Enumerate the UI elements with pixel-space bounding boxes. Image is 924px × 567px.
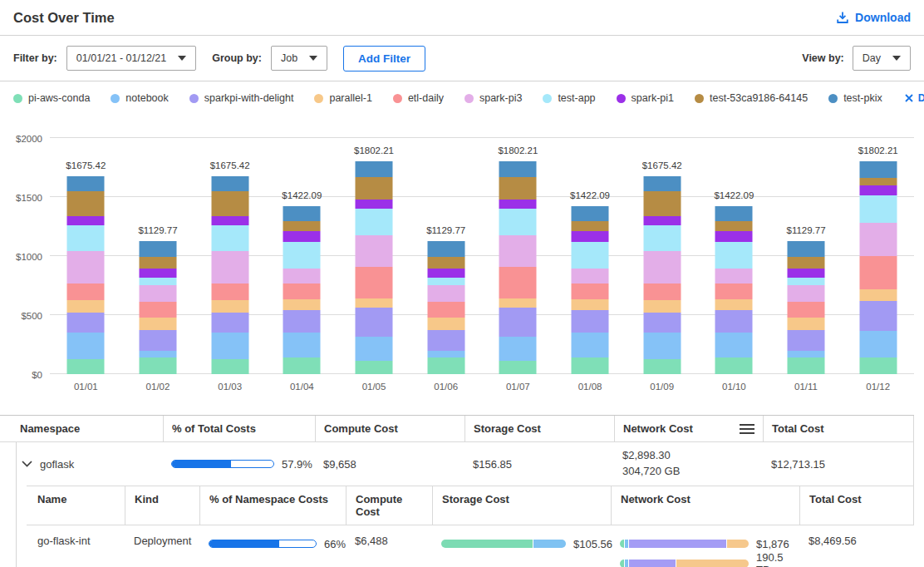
date-range-select[interactable]: 01/01/21 - 01/12/21 xyxy=(66,46,196,71)
bar-segment-etl-daily[interactable] xyxy=(67,284,105,300)
bar-segment-test-pkix[interactable] xyxy=(572,206,609,221)
download-button[interactable]: Download xyxy=(836,11,911,24)
bar-segment-test-53ca9186-64145[interactable] xyxy=(211,191,248,216)
legend-item-pi-aws-conda[interactable]: pi-aws-conda xyxy=(13,92,90,104)
bar-segment-etl-daily[interactable] xyxy=(499,267,537,298)
bar-segment-sparkpi-with-delight[interactable] xyxy=(788,330,825,351)
bar-segment-test-app[interactable] xyxy=(211,225,248,251)
bar-segment-pi-aws-conda[interactable] xyxy=(356,361,393,374)
col-header-name[interactable]: Name xyxy=(27,486,125,525)
bar-segment-pi-aws-conda[interactable] xyxy=(283,357,321,374)
col-header-total-cost[interactable]: Total Cost xyxy=(799,486,914,525)
namespace-cell[interactable]: goflask xyxy=(0,453,163,476)
bar-segment-test-53ca9186-64145[interactable] xyxy=(788,257,825,269)
bar-segment-parallel-1[interactable] xyxy=(427,318,464,329)
col-header-network-cost[interactable]: Network Cost xyxy=(611,486,799,525)
bar-segment-spark-pi3[interactable] xyxy=(211,251,248,284)
bar-segment-parallel-1[interactable] xyxy=(859,289,897,301)
bar-segment-spark-pi3[interactable] xyxy=(499,235,537,267)
bar-segment-pi-aws-conda[interactable] xyxy=(140,357,177,374)
bar-segment-test-pkix[interactable] xyxy=(140,241,177,257)
bar-segment-test-pkix[interactable] xyxy=(788,241,825,257)
bar-segment-spark-pi3[interactable] xyxy=(715,269,753,284)
bar-segment-notebook[interactable] xyxy=(859,331,897,357)
bar-segment-spark-pi3[interactable] xyxy=(788,285,825,302)
bar-segment-pi-aws-conda[interactable] xyxy=(572,357,609,374)
legend-item-notebook[interactable]: notebook xyxy=(111,92,168,104)
bar-segment-spark-pi1[interactable] xyxy=(859,185,897,195)
bar-segment-notebook[interactable] xyxy=(643,333,681,359)
bar-segment-test-app[interactable] xyxy=(788,278,825,285)
bar-segment-test-pkix[interactable] xyxy=(715,206,753,221)
bar-segment-notebook[interactable] xyxy=(283,333,321,357)
bar-segment-sparkpi-with-delight[interactable] xyxy=(715,310,753,333)
bar-segment-pi-aws-conda[interactable] xyxy=(788,357,825,374)
bar-segment-spark-pi1[interactable] xyxy=(643,216,681,225)
bar-segment-pi-aws-conda[interactable] xyxy=(859,357,897,374)
bar-segment-etl-daily[interactable] xyxy=(140,302,177,318)
bar-segment-test-app[interactable] xyxy=(715,242,753,269)
hamburger-icon[interactable] xyxy=(740,423,754,435)
bar-segment-parallel-1[interactable] xyxy=(715,299,753,310)
bar-segment-notebook[interactable] xyxy=(715,333,753,357)
bar-segment-parallel-1[interactable] xyxy=(211,300,248,313)
deselect-all-button[interactable]: Deselect All xyxy=(905,92,924,104)
bar-segment-notebook[interactable] xyxy=(788,351,825,357)
bar-segment-spark-pi3[interactable] xyxy=(356,235,393,267)
bar-segment-etl-daily[interactable] xyxy=(859,256,897,289)
bar-segment-spark-pi3[interactable] xyxy=(67,251,105,284)
group-by-select[interactable]: Job xyxy=(271,46,327,71)
bar-segment-spark-pi3[interactable] xyxy=(643,251,681,284)
bar-segment-spark-pi1[interactable] xyxy=(572,231,609,242)
legend-item-etl-daily[interactable]: etl-daily xyxy=(393,92,444,104)
bar-segment-spark-pi3[interactable] xyxy=(859,223,897,256)
bar-segment-spark-pi1[interactable] xyxy=(283,231,321,242)
legend-item-test-app[interactable]: test-app xyxy=(543,92,595,104)
legend-item-sparkpi-with-delight[interactable]: sparkpi-with-delight xyxy=(189,92,294,104)
bar-segment-spark-pi1[interactable] xyxy=(67,216,105,225)
bar-segment-test-53ca9186-64145[interactable] xyxy=(643,191,681,216)
bar-segment-spark-pi1[interactable] xyxy=(715,231,753,242)
col-header-pct-namespace-costs[interactable]: % of Namespace Costs xyxy=(199,486,346,525)
bar-segment-test-pkix[interactable] xyxy=(427,241,464,257)
bar-segment-test-pkix[interactable] xyxy=(67,176,105,190)
bar-segment-etl-daily[interactable] xyxy=(211,284,248,300)
bar-segment-test-app[interactable] xyxy=(356,209,393,236)
bar-segment-etl-daily[interactable] xyxy=(427,302,464,318)
bar-segment-parallel-1[interactable] xyxy=(788,318,825,329)
bar-segment-test-app[interactable] xyxy=(67,225,105,251)
bar-segment-notebook[interactable] xyxy=(499,337,537,361)
col-header-compute-cost[interactable]: Compute Cost xyxy=(315,416,464,441)
bar-segment-parallel-1[interactable] xyxy=(356,298,393,308)
bar-segment-test-pkix[interactable] xyxy=(643,176,681,190)
bar-segment-notebook[interactable] xyxy=(140,351,177,357)
bar-segment-pi-aws-conda[interactable] xyxy=(499,361,537,374)
bar-segment-parallel-1[interactable] xyxy=(572,299,609,310)
bar-segment-test-pkix[interactable] xyxy=(859,161,897,178)
bar-segment-etl-daily[interactable] xyxy=(283,284,321,299)
bar-segment-test-app[interactable] xyxy=(140,278,177,285)
bar-segment-pi-aws-conda[interactable] xyxy=(427,357,464,374)
bar-segment-spark-pi1[interactable] xyxy=(788,269,825,278)
bar-segment-parallel-1[interactable] xyxy=(67,300,105,313)
bar-segment-sparkpi-with-delight[interactable] xyxy=(211,313,248,333)
bar-segment-notebook[interactable] xyxy=(67,333,105,359)
bar-segment-pi-aws-conda[interactable] xyxy=(643,359,681,374)
bar-segment-sparkpi-with-delight[interactable] xyxy=(67,313,105,333)
bar-segment-pi-aws-conda[interactable] xyxy=(715,357,753,374)
bar-segment-test-53ca9186-64145[interactable] xyxy=(356,177,393,200)
bar-segment-test-app[interactable] xyxy=(283,242,321,269)
legend-item-parallel-1[interactable]: parallel-1 xyxy=(314,92,371,104)
bar-segment-etl-daily[interactable] xyxy=(788,302,825,318)
bar-segment-etl-daily[interactable] xyxy=(356,267,393,298)
legend-item-test-pkix[interactable]: test-pkix xyxy=(828,92,882,104)
bar-segment-test-pkix[interactable] xyxy=(499,161,537,177)
bar-segment-etl-daily[interactable] xyxy=(715,284,753,299)
bar-segment-test-53ca9186-64145[interactable] xyxy=(283,221,321,231)
bar-segment-parallel-1[interactable] xyxy=(140,318,177,329)
bar-segment-test-53ca9186-64145[interactable] xyxy=(499,177,537,200)
bar-segment-etl-daily[interactable] xyxy=(572,284,609,299)
bar-segment-sparkpi-with-delight[interactable] xyxy=(283,310,321,333)
bar-segment-spark-pi1[interactable] xyxy=(499,200,537,209)
workload-name-cell[interactable]: go-flask-int xyxy=(27,525,125,567)
